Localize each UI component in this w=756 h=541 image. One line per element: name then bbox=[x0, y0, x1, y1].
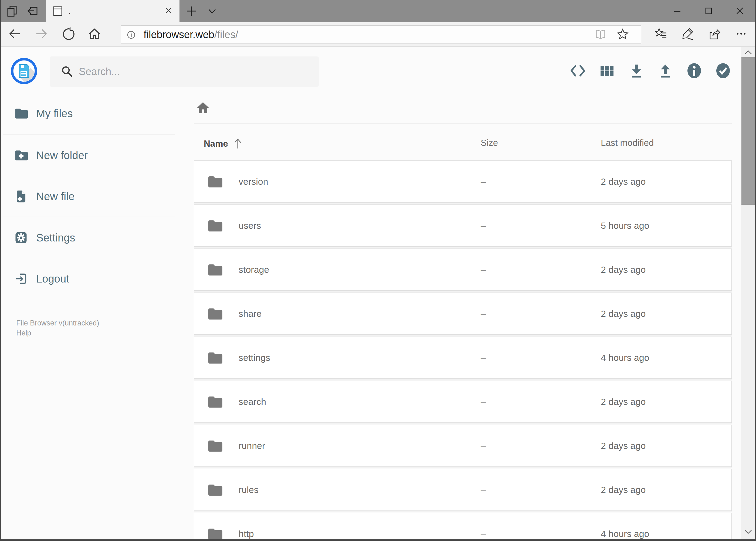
help-link[interactable]: Help bbox=[16, 328, 99, 338]
file-modified: 2 days ago bbox=[601, 293, 645, 334]
folder-icon bbox=[207, 218, 222, 234]
back-button[interactable] bbox=[8, 27, 22, 42]
sidebar-divider bbox=[3, 217, 175, 217]
tab-close-button[interactable] bbox=[164, 6, 172, 16]
column-header-name[interactable]: Name bbox=[204, 138, 243, 150]
web-note-button[interactable] bbox=[680, 26, 695, 42]
file-row[interactable]: share – 2 days ago bbox=[194, 292, 732, 335]
file-modified: 2 days ago bbox=[601, 425, 645, 466]
upload-button[interactable] bbox=[657, 62, 674, 80]
select-multiple-button[interactable] bbox=[714, 62, 732, 80]
home-button[interactable] bbox=[88, 27, 102, 42]
tabs-aside-list-button[interactable] bbox=[2, 0, 22, 22]
file-plus-icon bbox=[14, 190, 28, 203]
minimize-button[interactable] bbox=[663, 0, 691, 22]
scrollbar[interactable] bbox=[741, 47, 755, 539]
titlebar: . bbox=[0, 0, 756, 22]
download-button[interactable] bbox=[628, 62, 645, 80]
scroll-up-button[interactable] bbox=[741, 47, 755, 58]
file-row[interactable]: storage – 2 days ago bbox=[194, 249, 732, 290]
column-header-modified[interactable]: Last modified bbox=[601, 138, 654, 148]
file-row[interactable]: search – 2 days ago bbox=[194, 380, 732, 423]
close-icon bbox=[735, 6, 745, 16]
floppy-disk-icon bbox=[11, 58, 38, 85]
file-modified: 2 days ago bbox=[601, 381, 645, 422]
grid-icon bbox=[599, 62, 616, 80]
sidebar-item-label: New folder bbox=[36, 149, 88, 162]
file-row[interactable]: users – 5 hours ago bbox=[194, 205, 732, 247]
set-tabs-aside-button[interactable] bbox=[23, 0, 42, 22]
search-bar[interactable] bbox=[50, 56, 319, 87]
info-icon bbox=[685, 62, 703, 80]
chevron-up-icon bbox=[744, 49, 753, 56]
add-favorite-button[interactable] bbox=[616, 28, 630, 43]
sidebar-item-logout[interactable]: Logout bbox=[14, 270, 69, 287]
plus-icon bbox=[186, 6, 197, 16]
more-menu-button[interactable] bbox=[734, 26, 748, 42]
info-button[interactable] bbox=[685, 62, 703, 80]
file-row[interactable]: settings – 4 hours ago bbox=[194, 336, 732, 379]
file-row[interactable]: http – 4 hours ago bbox=[194, 513, 732, 541]
file-modified: 4 hours ago bbox=[601, 337, 649, 378]
file-row[interactable]: runner – 2 days ago bbox=[194, 425, 732, 467]
sidebar-item-label: Logout bbox=[36, 273, 69, 285]
chevron-down-icon bbox=[744, 529, 753, 535]
browser-tab[interactable]: . bbox=[46, 0, 179, 22]
scroll-down-button[interactable] bbox=[741, 526, 755, 537]
folder-icon bbox=[207, 262, 222, 277]
file-list: version – 2 days ago users – 5 hours ago… bbox=[194, 161, 732, 541]
gear-icon bbox=[14, 231, 28, 245]
url-divider bbox=[140, 29, 140, 40]
refresh-icon bbox=[61, 27, 75, 41]
folder-icon bbox=[207, 174, 222, 189]
home-icon bbox=[88, 27, 102, 41]
maximize-button[interactable] bbox=[694, 0, 722, 22]
new-tab-button[interactable] bbox=[182, 0, 201, 22]
folder-icon bbox=[207, 394, 222, 409]
scrollbar-thumb[interactable] bbox=[741, 57, 755, 205]
file-modified: 4 hours ago bbox=[601, 513, 649, 541]
code-icon bbox=[569, 62, 587, 80]
grid-view-button[interactable] bbox=[599, 62, 616, 80]
sidebar-item-new-folder[interactable]: New folder bbox=[14, 147, 88, 164]
shell-toggle-button[interactable] bbox=[569, 62, 587, 80]
refresh-button[interactable] bbox=[61, 27, 75, 42]
sidebar-item-label: New file bbox=[36, 191, 75, 203]
window-border-right bbox=[755, 0, 756, 541]
window-border-bottom bbox=[0, 539, 756, 541]
close-window-button[interactable] bbox=[726, 0, 754, 22]
folder-icon bbox=[207, 438, 222, 453]
site-info-icon[interactable] bbox=[126, 29, 137, 41]
file-size: – bbox=[481, 161, 486, 202]
file-row[interactable]: rules – 2 days ago bbox=[194, 469, 732, 511]
window-border-left bbox=[0, 0, 1, 541]
url-text[interactable]: filebrowser.web/files/ bbox=[143, 29, 238, 41]
breadcrumb-home[interactable] bbox=[196, 101, 210, 115]
sidebar-item-label: My files bbox=[36, 108, 73, 120]
file-name: settings bbox=[239, 337, 270, 378]
forward-button[interactable] bbox=[35, 27, 49, 42]
sidebar-item-new-file[interactable]: New file bbox=[14, 188, 75, 205]
file-name: http bbox=[239, 513, 254, 541]
browser-window: . bbox=[0, 0, 756, 541]
search-input[interactable] bbox=[79, 56, 311, 87]
file-size: – bbox=[481, 205, 486, 246]
sidebar-item-my-files[interactable]: My files bbox=[14, 105, 73, 122]
file-name: runner bbox=[239, 425, 265, 466]
favorites-hub-button[interactable] bbox=[654, 26, 668, 42]
sort-ascending-icon bbox=[232, 138, 243, 150]
column-header-size[interactable]: Size bbox=[481, 138, 498, 148]
tab-preview-toggle[interactable] bbox=[202, 0, 222, 22]
sidebar-item-settings[interactable]: Settings bbox=[14, 229, 75, 246]
share-icon bbox=[707, 26, 721, 41]
reading-view-button[interactable] bbox=[594, 28, 607, 42]
url-path: /files/ bbox=[214, 29, 238, 40]
check-circle-icon bbox=[714, 62, 732, 80]
file-size: – bbox=[481, 425, 486, 466]
address-bar[interactable]: filebrowser.web/files/ bbox=[121, 25, 641, 44]
sidebar-footer: File Browser v(untracked) Help bbox=[16, 318, 99, 338]
file-name: version bbox=[239, 161, 268, 202]
filebrowser-logo[interactable] bbox=[11, 58, 38, 85]
share-button[interactable] bbox=[707, 26, 721, 42]
file-row[interactable]: version – 2 days ago bbox=[194, 161, 732, 203]
